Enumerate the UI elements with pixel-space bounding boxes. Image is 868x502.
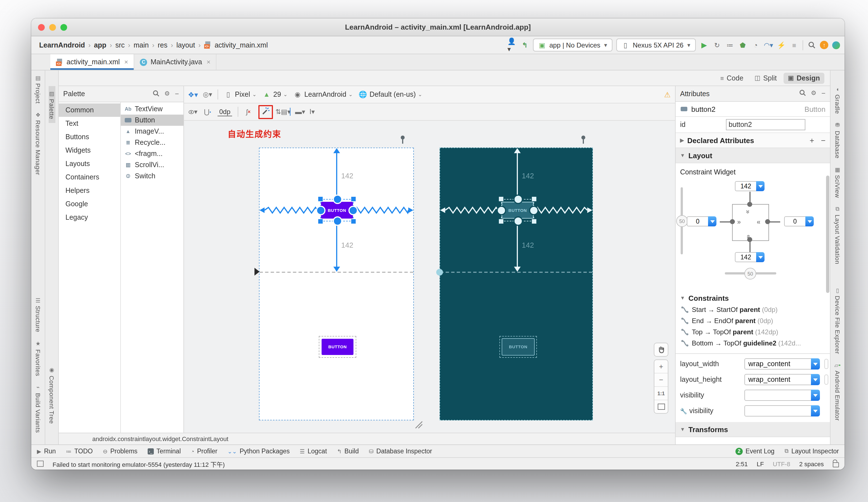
device-resize-handle[interactable] [414, 420, 423, 429]
bottom-chain-chevron[interactable]: » [744, 236, 752, 238]
remove-attribute-button[interactable]: − [821, 136, 826, 145]
debug-button[interactable]: ⬟ [738, 41, 747, 50]
corner-handle[interactable] [318, 197, 323, 201]
bottom-anchor[interactable] [514, 216, 523, 226]
api-version-select[interactable]: ▲ 29⌄ [262, 90, 288, 99]
pan-control[interactable] [654, 343, 668, 357]
palette-item-switch[interactable]: ⏼ Switch [121, 170, 184, 182]
tool-window-build[interactable]: ↰Build [337, 448, 359, 454]
design-canvas[interactable]: 自动生成约束 [184, 121, 675, 433]
start-margin-combo[interactable]: 0 [687, 216, 716, 227]
chevron-down-icon[interactable] [811, 390, 820, 401]
selected-button-widget[interactable]: BUTTON [321, 200, 353, 221]
palette-category-helpers[interactable]: Helpers [59, 184, 120, 197]
chevron-down-icon[interactable] [756, 181, 765, 191]
gauge-icon[interactable]: ◠▾ [764, 41, 773, 50]
tool-window-logcat[interactable]: ☰Logcat [300, 448, 327, 454]
tool-window-problems[interactable]: ⊖Problems [103, 448, 137, 454]
corner-handle[interactable] [351, 219, 356, 223]
search-icon[interactable] [153, 90, 159, 98]
tool-window-todo[interactable]: ≔TODO [66, 448, 93, 454]
palette-category-layouts[interactable]: Layouts [59, 157, 120, 170]
mode-design-button[interactable]: ▣ Design [784, 72, 824, 84]
palette-category-buttons[interactable]: Buttons [59, 130, 120, 144]
tool-window-database[interactable]: ⛃ Database [834, 118, 841, 163]
tab-mainactivity-java[interactable]: C MainActivity.java × [134, 54, 216, 70]
tool-window-database-inspector[interactable]: ⛁Database Inspector [369, 448, 432, 454]
toggle-tool-windows-icon[interactable] [37, 461, 44, 467]
end-anchor[interactable] [349, 206, 358, 215]
design-view-phone[interactable]: 142 142 [259, 148, 414, 420]
tool-window-python-packages[interactable]: ⌄⌄Python Packages [228, 448, 290, 454]
line-separator[interactable]: LF [757, 460, 764, 467]
bottom-anchor[interactable] [333, 216, 342, 226]
tool-window-build-variants[interactable]: ⌁ Build Variants [35, 380, 41, 437]
vertical-bias-value[interactable]: 50 [676, 215, 688, 227]
file-encoding[interactable]: UTF-8 [773, 460, 790, 467]
close-tab-icon[interactable]: × [124, 58, 128, 66]
device-in-editor-select[interactable]: ▯ Pixel⌄ [224, 90, 256, 99]
end-chain-chevron[interactable]: « [757, 218, 759, 226]
constraint-row-start[interactable]: Start → StartOf parent (0dp) [675, 304, 830, 315]
add-attribute-button[interactable]: + [809, 136, 814, 145]
layout-section[interactable]: ▼ Layout [675, 148, 830, 163]
tool-window-project[interactable]: ▤ Project [35, 71, 41, 108]
caret-position[interactable]: 2:51 [736, 460, 748, 467]
transforms-section[interactable]: ▼ Transforms [675, 422, 830, 437]
palette-item-imageview[interactable]: ▲ ImageV... [121, 126, 184, 137]
button-widget[interactable]: BUTTON [321, 202, 353, 219]
chevron-down-icon[interactable] [805, 216, 814, 227]
corner-handle[interactable] [532, 197, 536, 201]
tool-window-device-file-explorer[interactable]: ▯ Device File Explorer [834, 283, 841, 358]
locale-select[interactable]: 🌐 Default (en-us)⌄ [358, 90, 422, 99]
breadcrumb-src[interactable]: src [115, 41, 124, 49]
palette-item-recyclerview[interactable]: ≣ Recycle... [121, 137, 184, 148]
tool-window-sciview[interactable]: ▦ SciView [834, 163, 841, 202]
run-button[interactable]: ▶ [700, 41, 709, 50]
zoom-100-button[interactable]: 1:1 [654, 386, 668, 400]
unlock-icon[interactable] [833, 462, 839, 467]
gear-icon[interactable]: ⚙ [164, 90, 170, 98]
tool-window-favorites[interactable]: ★ Favorites [35, 336, 41, 380]
run-with-coverage-icon[interactable]: ≔ [725, 41, 734, 50]
palette-category-widgets[interactable]: Widgets [59, 144, 120, 157]
palette-category-legacy[interactable]: Legacy [59, 211, 120, 224]
search-icon[interactable] [799, 90, 806, 98]
guidelines-icon[interactable]: Ⅰ▾ [308, 107, 317, 116]
top-margin-combo[interactable]: 142 [735, 181, 765, 191]
autoconnect-magnet-icon[interactable]: ⋃▪ [203, 107, 212, 116]
breadcrumb-file[interactable]: activity_main.xml [215, 41, 268, 49]
minimize-panel-icon[interactable]: − [821, 90, 826, 98]
chevron-down-icon[interactable] [811, 405, 820, 417]
end-margin-combo[interactable]: 0 [784, 216, 814, 227]
tool-window-terminal[interactable]: ›_Terminal [148, 448, 181, 454]
constraint-row-bottom[interactable]: Bottom → TopOf guideline2 (142d... [675, 338, 830, 349]
zoom-out-button[interactable]: − [654, 373, 668, 386]
blueprint-view-phone[interactable]: 142 142 [440, 148, 593, 420]
chevron-down-icon[interactable] [756, 252, 765, 262]
palette-item-button[interactable]: Button [121, 115, 184, 126]
corner-handle[interactable] [499, 197, 503, 201]
status-message[interactable]: Failed to start monitoring emulator-5554… [53, 459, 225, 468]
component-breadcrumb[interactable]: androidx.constraintlayout.widget.Constra… [92, 436, 228, 442]
palette-item-fragment[interactable]: <> <fragm... [121, 148, 184, 159]
selected-button-widget[interactable]: BUTTON [502, 200, 534, 221]
constraints-section[interactable]: ▼ Constraints [675, 292, 830, 304]
breadcrumb-app[interactable]: app [94, 41, 106, 49]
mode-split-button[interactable]: ◫ Split [750, 72, 781, 84]
view-options-eye-icon[interactable]: ▾ [188, 107, 197, 116]
button1-widget[interactable]: BUTTON [502, 338, 535, 356]
default-margin-select[interactable]: 0dp [218, 108, 232, 116]
tool-window-run[interactable]: ▶Run [37, 448, 56, 454]
apply-changes-icon[interactable]: ⚡ [777, 41, 786, 50]
corner-handle[interactable] [499, 219, 503, 223]
tool-window-palette[interactable]: ▨ Palette [48, 86, 55, 123]
top-connection-dot[interactable] [747, 202, 752, 207]
start-chain-chevron[interactable]: » [737, 218, 740, 226]
constraint-row-top[interactable]: Top → TopOf parent (142dp) [675, 326, 830, 338]
end-connection-dot[interactable] [765, 219, 770, 224]
tool-window-event-log[interactable]: 2 Event Log [735, 448, 775, 455]
tool-window-structure[interactable]: ☰ Structure [35, 293, 41, 336]
chevron-down-icon[interactable] [811, 374, 820, 385]
attach-debugger-icon[interactable]: ↻ [713, 41, 722, 50]
